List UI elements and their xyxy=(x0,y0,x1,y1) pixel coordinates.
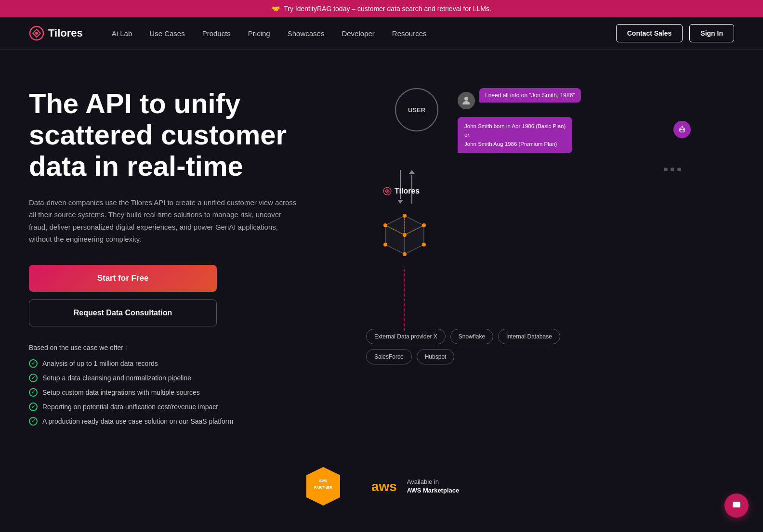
source-pill-snowflake: Snowflake xyxy=(450,329,493,344)
navbar: Tilores Ai Lab Use Cases Products Pricin… xyxy=(0,17,763,50)
logo[interactable]: Tilores xyxy=(29,26,83,41)
chat-widget-button[interactable] xyxy=(724,493,749,518)
nav-pricing[interactable]: Pricing xyxy=(248,29,270,38)
banner-icon: 🤝 xyxy=(272,5,280,13)
dot xyxy=(677,168,681,171)
start-for-free-button[interactable]: Start for Free xyxy=(29,265,217,292)
source-pill-salesforce: SalesForce xyxy=(366,349,412,364)
svg-point-1 xyxy=(35,32,38,35)
nav-developer[interactable]: Developer xyxy=(342,29,374,38)
check-icon: ✓ xyxy=(29,417,38,426)
dot xyxy=(671,168,674,171)
chat-icon xyxy=(731,500,742,511)
feature-list: ✓ Analysis of up to 1 million data recor… xyxy=(29,359,337,426)
svg-point-3 xyxy=(680,129,682,130)
hero-illustration: USER I need all info on "Jon Smith, 1986… xyxy=(356,78,734,426)
check-icon: ✓ xyxy=(29,402,38,411)
bottom-logos: aws PARTNER aws Available in AWS Marketp… xyxy=(0,445,763,527)
avatar xyxy=(458,92,475,109)
sign-in-button[interactable]: Sign In xyxy=(689,24,734,42)
request-consultation-button[interactable]: Request Data Consultation xyxy=(29,299,217,326)
data-sources-container: External Data provider X Snowflake Inter… xyxy=(366,329,568,364)
nav-ai-lab[interactable]: Ai Lab xyxy=(112,29,132,38)
svg-point-9 xyxy=(386,190,388,192)
aws-partner-badge-container: aws PARTNER xyxy=(304,465,342,508)
list-item: ✓ A production ready data use case solut… xyxy=(29,417,337,426)
svg-point-15 xyxy=(422,243,426,247)
svg-point-14 xyxy=(383,243,387,247)
nav-actions: Contact Sales Sign In xyxy=(616,24,734,42)
list-item: ✓ Reporting on potential data unificatio… xyxy=(29,402,337,411)
logo-icon xyxy=(29,26,44,41)
list-item: ✓ Setup custom data integrations with mu… xyxy=(29,388,337,397)
svg-text:aws: aws xyxy=(371,479,397,494)
svg-point-4 xyxy=(683,129,684,130)
tilores-illustration-label: Tilores xyxy=(383,187,420,195)
svg-text:aws: aws xyxy=(319,478,327,483)
chat-response-bubble: John Smith born in Apr 1986 (Basic Plan)… xyxy=(458,117,572,153)
nav-products[interactable]: Products xyxy=(202,29,231,38)
aws-logo: aws xyxy=(371,477,400,496)
aws-marketplace-text: Available in AWS Marketplace xyxy=(407,478,459,495)
chat-query-bubble: I need all info on "Jon Smith, 1986" xyxy=(479,88,581,103)
hero-section: The API to unify scattered customer data… xyxy=(0,50,763,445)
svg-point-16 xyxy=(403,252,407,256)
nav-use-cases[interactable]: Use Cases xyxy=(149,29,184,38)
aws-marketplace: aws Available in AWS Marketplace xyxy=(371,477,459,496)
logo-text: Tilores xyxy=(48,27,83,39)
top-banner: 🤝 Try IdentityRAG today – customer data … xyxy=(0,0,763,17)
nav-links: Ai Lab Use Cases Products Pricing Showca… xyxy=(112,29,616,38)
dot xyxy=(664,168,668,171)
hero-description: Data-driven companies use the Tilores AP… xyxy=(29,196,299,246)
nav-showcases[interactable]: Showcases xyxy=(288,29,325,38)
svg-point-2 xyxy=(464,97,468,101)
svg-text:PARTNER: PARTNER xyxy=(314,485,332,490)
svg-point-7 xyxy=(682,126,683,127)
hero-title: The API to unify scattered customer data… xyxy=(29,88,337,182)
contact-sales-button[interactable]: Contact Sales xyxy=(616,24,683,42)
ai-response-avatar xyxy=(673,121,691,138)
aws-partner-hexagon: aws PARTNER xyxy=(304,465,342,508)
banner-text: Try IdentityRAG today – customer data se… xyxy=(284,5,491,13)
check-icon: ✓ xyxy=(29,359,38,368)
check-icon: ✓ xyxy=(29,388,38,397)
source-pill-hubspot: Hubspot xyxy=(417,349,455,364)
list-item: ✓ Setup a data cleansing and normalizati… xyxy=(29,374,337,382)
cube-illustration xyxy=(371,201,438,269)
user-node: USER xyxy=(395,88,438,131)
nav-resources[interactable]: Resources xyxy=(392,29,427,38)
loading-dots xyxy=(664,168,681,171)
hero-left: The API to unify scattered customer data… xyxy=(29,78,337,426)
use-case-heading: Based on the use case we offer : xyxy=(29,344,337,351)
list-item: ✓ Analysis of up to 1 million data recor… xyxy=(29,359,337,368)
check-icon: ✓ xyxy=(29,374,38,382)
source-pill-internal-db: Internal Database xyxy=(498,329,560,344)
connector-line xyxy=(404,269,405,331)
source-pill-external: External Data provider X xyxy=(366,329,446,344)
